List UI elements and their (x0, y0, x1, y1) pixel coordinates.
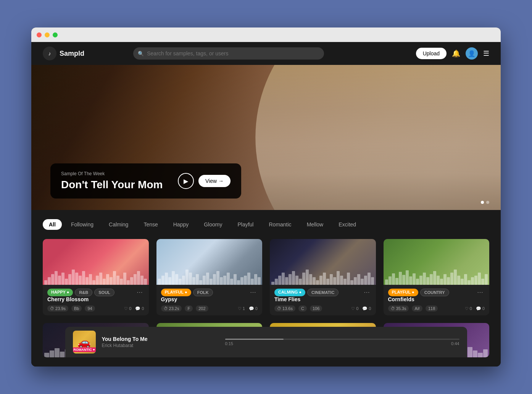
hero-banner: Sample Of The Week Don't Tell Your Mom ▶… (31, 65, 501, 210)
sample-card-time-flies[interactable]: CALMING ● CINEMATIC ⋯ Time Flies ⏱ 13.6s… (270, 239, 376, 315)
tab-calming[interactable]: Calming (103, 219, 134, 230)
tags-row-gypsy: PLAYFUL ● FOLK ⋯ (161, 289, 258, 296)
more-options-button-gypsy[interactable]: ⋯ (248, 289, 258, 296)
navbar: ♪ Sampld 🔍 Upload 🔔 👤 ☰ (31, 42, 501, 65)
card-meta-gypsy: ⏱ 23.2s F 202 ♡ 1 💬 0 (161, 305, 258, 312)
search-icon: 🔍 (138, 51, 144, 57)
waveform-timeflies (270, 270, 376, 285)
tag-rnb[interactable]: R&B (75, 289, 92, 296)
bpm-badge-cherry: 94 (85, 305, 95, 312)
progress-fill (225, 339, 284, 340)
card-thumbnail-timeflies (270, 239, 376, 285)
hero-dot-1[interactable] (481, 201, 484, 204)
hero-title: Don't Tell Your Mom (61, 179, 170, 191)
player-artist: Erick Hutabarat (102, 343, 219, 348)
time-total: 0:44 (451, 341, 459, 346)
like-count-timeflies: ♡ 0 (351, 306, 358, 311)
tag-soul[interactable]: SOUL (94, 289, 114, 296)
hero-actions: ▶ View → (178, 173, 231, 189)
hero-view-button[interactable]: View → (198, 175, 231, 187)
like-count-cherry: ♡ 0 (124, 306, 131, 311)
nav-right: Upload 🔔 👤 ☰ (416, 47, 489, 60)
duration-badge-gypsy: ⏱ 23.2s (161, 305, 182, 312)
tab-romantic[interactable]: Romantic (263, 219, 297, 230)
titlebar (31, 27, 501, 42)
player-thumbnail: 🚗 ROMANTIC ♥ (73, 331, 96, 354)
progress-bar[interactable] (225, 339, 459, 340)
hero-info: Sample Of The Week Don't Tell Your Mom (61, 171, 170, 191)
tab-mellow[interactable]: Mellow (301, 219, 330, 230)
tags-row-cornfields: PLAYFUL ● COUNTRY ⋯ (388, 289, 485, 296)
sample-card-cornfields[interactable]: PLAYFUL ● COUNTRY ⋯ Cornfields ⏱ 35.3s A… (384, 239, 490, 315)
more-options-button-cherry[interactable]: ⋯ (135, 289, 144, 296)
card-thumbnail-gypsy (156, 239, 263, 285)
card-title-cherry: Cherry Blossom (47, 296, 144, 302)
bpm-badge-gypsy: 202 (196, 305, 208, 312)
main-content: All Following Calming Tense Happy Gloomy… (31, 210, 501, 367)
close-button[interactable] (37, 32, 42, 37)
card-meta-cornfields: ⏱ 35.3s A# 118 ♡ 0 💬 0 (388, 305, 485, 312)
card-thumbnail-cornfields (384, 239, 490, 285)
minimize-button[interactable] (45, 32, 50, 37)
tag-happy[interactable]: HAPPY ● (47, 289, 73, 296)
comment-count-cornfields: 💬 0 (476, 306, 485, 311)
key-badge-cornfields: A# (412, 305, 422, 312)
player-tag: ROMANTIC ♥ (73, 347, 96, 352)
like-count-cornfields: ♡ 0 (465, 306, 472, 311)
tag-folk[interactable]: FOLK (193, 289, 213, 296)
hero-subtitle: Sample Of The Week (61, 171, 170, 176)
tag-playful-cornfields[interactable]: PLAYFUL ● (388, 289, 418, 296)
maximize-button[interactable] (53, 32, 58, 37)
key-badge-gypsy: F (185, 305, 193, 312)
duration-badge-cherry: ⏱ 23.9s (47, 305, 68, 312)
tab-tense[interactable]: Tense (137, 219, 164, 230)
mini-player: 🚗 ROMANTIC ♥ You Belong To Me Erick Huta… (65, 327, 467, 357)
hero-card: Sample Of The Week Don't Tell Your Mom ▶… (50, 163, 241, 199)
duration-badge-timeflies: ⏱ 13.6s (274, 305, 295, 312)
player-progress[interactable]: 0:15 0:44 (225, 339, 459, 346)
tags-row-timeflies: CALMING ● CINEMATIC ⋯ (274, 289, 371, 296)
more-options-button-cornfields[interactable]: ⋯ (476, 289, 485, 296)
time-current: 0:15 (225, 341, 233, 346)
card-title-timeflies: Time Flies (274, 296, 371, 302)
hero-play-button[interactable]: ▶ (178, 173, 194, 189)
card-meta-cherry: ⏱ 23.9s Bb 94 ♡ 0 💬 0 (47, 305, 144, 312)
tag-playful-gypsy[interactable]: PLAYFUL ● (161, 289, 191, 296)
tag-cinematic[interactable]: CINEMATIC (307, 289, 339, 296)
card-title-gypsy: Gypsy (161, 296, 258, 302)
tab-playful[interactable]: Playful (231, 219, 260, 230)
key-badge-cherry: Bb (71, 305, 82, 312)
upload-button[interactable]: Upload (416, 48, 447, 59)
search-input[interactable] (133, 47, 324, 60)
tab-gloomy[interactable]: Gloomy (198, 219, 228, 230)
card-info-cherry: HAPPY ● R&B SOUL ⋯ Cherry Blossom ⏱ 23.9… (43, 285, 149, 315)
duration-badge-cornfields: ⏱ 35.3s (388, 305, 409, 312)
hero-dots (481, 201, 489, 204)
bpm-badge-cornfields: 118 (426, 305, 438, 312)
player-track-title: You Belong To Me (102, 336, 219, 342)
card-info-timeflies: CALMING ● CINEMATIC ⋯ Time Flies ⏱ 13.6s… (270, 285, 376, 315)
tab-all[interactable]: All (43, 219, 62, 230)
avatar[interactable]: 👤 (466, 47, 478, 60)
card-title-cornfields: Cornfields (388, 296, 485, 302)
sample-card-cherry-blossom[interactable]: HAPPY ● R&B SOUL ⋯ Cherry Blossom ⏱ 23.9… (43, 239, 149, 315)
notification-icon[interactable]: 🔔 (452, 49, 460, 58)
hero-dot-2[interactable] (486, 201, 489, 204)
comment-count-cherry: 💬 0 (135, 306, 144, 311)
sample-card-gypsy[interactable]: PLAYFUL ● FOLK ⋯ Gypsy ⏱ 23.2s F 202 (156, 239, 263, 315)
app-window: ♪ Sampld 🔍 Upload 🔔 👤 ☰ Sample Of The W (31, 27, 501, 367)
logo[interactable]: ♪ Sampld (43, 47, 84, 60)
more-options-button-timeflies[interactable]: ⋯ (362, 289, 371, 296)
bpm-badge-timeflies: 106 (310, 305, 322, 312)
tab-happy[interactable]: Happy (167, 219, 195, 230)
tag-country[interactable]: COUNTRY (420, 289, 449, 296)
progress-times: 0:15 0:44 (225, 341, 459, 346)
menu-icon[interactable]: ☰ (483, 49, 489, 58)
tab-excited[interactable]: Excited (332, 219, 362, 230)
tag-calming[interactable]: CALMING ● (274, 289, 305, 296)
search-bar: 🔍 (133, 47, 324, 60)
waveform-cornfields (384, 270, 490, 285)
tags-row-cherry: HAPPY ● R&B SOUL ⋯ (47, 289, 144, 296)
filter-tabs: All Following Calming Tense Happy Gloomy… (43, 219, 489, 230)
tab-following[interactable]: Following (65, 219, 100, 230)
